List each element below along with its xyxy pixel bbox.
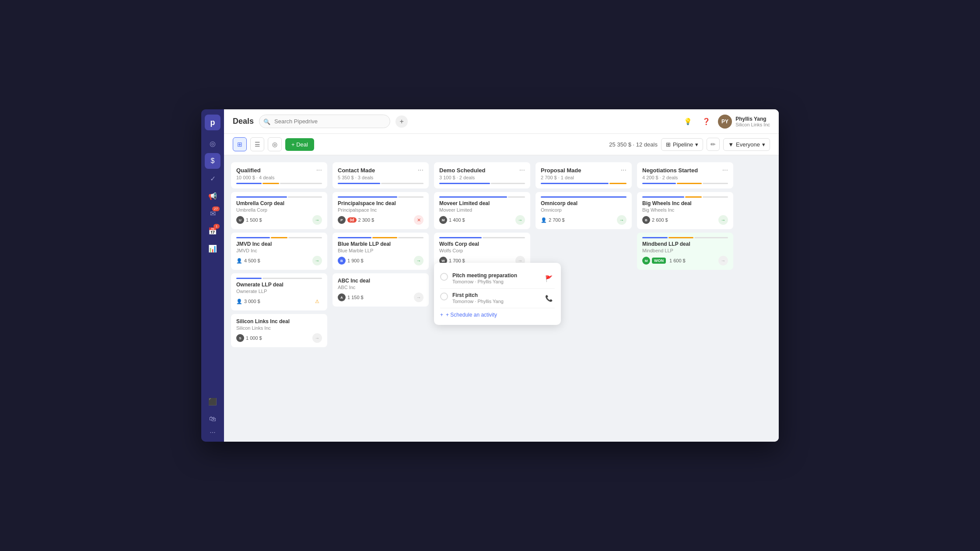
card-company-jmvd: JMVD Inc (236, 248, 322, 253)
card-arrow-bigwheels[interactable]: → (718, 215, 728, 225)
lightbulb-icon[interactable]: 💡 (681, 115, 694, 128)
card-bigwheels[interactable]: Big Wheels Inc deal Big Wheels Inc B 2 6… (637, 192, 733, 229)
card-arrow-silicon[interactable]: → (312, 333, 322, 343)
add-deal-button[interactable]: + Deal (285, 138, 314, 151)
col-meta-proposal: 2 700 $ · 1 deal (541, 175, 626, 180)
card-arrow-ownerate[interactable]: ⚠ (312, 296, 322, 306)
activity-item-first-pitch: First pitch Tomorrow · Phyllis Yang 📞 (440, 289, 555, 308)
card-arrow-abc[interactable]: → (414, 293, 424, 302)
sidebar-item-calendar[interactable]: 📅 1 (205, 223, 220, 239)
everyone-button[interactable]: ▼ Everyone ▾ (723, 138, 770, 151)
card-amount-umbrella: U 1 500 $ (236, 216, 262, 224)
col-progress-contact (338, 183, 424, 184)
card-principalspace[interactable]: Principalspace Inc deal Principalspace I… (332, 192, 429, 229)
card-umbrella[interactable]: Umbrella Corp deal Umbrella Corp U 1 500… (231, 192, 327, 229)
pipeline-chevron-icon: ▾ (695, 141, 698, 148)
col-progress-proposal (541, 183, 626, 184)
card-company-bluemarble: Blue Marble LLP (338, 248, 424, 253)
column-header-proposal: Proposal Made ··· 2 700 $ · 1 deal (536, 162, 632, 188)
card-arrow-omnicorp[interactable]: → (617, 215, 626, 225)
add-button[interactable]: + (396, 115, 408, 128)
col-title-contact: Contact Made (338, 167, 375, 174)
col-more-proposal[interactable]: ··· (621, 167, 626, 174)
sidebar-item-reports[interactable]: 📊 (205, 241, 220, 256)
mail-badge: 27 (212, 206, 220, 211)
list-view-button[interactable]: ☰ (250, 137, 264, 151)
activity-check-pitch-prep[interactable] (440, 273, 448, 281)
header-actions: 💡 ❓ PY Phyllis Yang Silicon Links Inc (681, 115, 770, 129)
kanban-view-button[interactable]: ⊞ (233, 137, 247, 151)
people-icon-ownerate: 👤 (236, 299, 242, 304)
card-title-moveer: Moveer Limited deal (439, 200, 525, 206)
user-info[interactable]: PY Phyllis Yang Silicon Links Inc (718, 115, 770, 129)
card-moveer[interactable]: Moveer Limited deal Moveer Limited M 1 4… (434, 192, 530, 229)
card-footer-bluemarble: B 1 900 $ → (338, 256, 424, 265)
card-bluemarble[interactable]: Blue Marble LLP deal Blue Marble LLP B 1… (332, 233, 429, 270)
page-title: Deals (233, 117, 254, 126)
forecast-view-button[interactable]: ◎ (268, 137, 282, 151)
card-ownerate[interactable]: Ownerate LLP deal Ownerate LLP 👤 3 000 $… (231, 273, 327, 310)
col-more-qualified[interactable]: ··· (316, 167, 322, 174)
card-omnicorp[interactable]: Omnicorp deal Omnicorp 👤 2 700 $ → (536, 192, 632, 229)
column-header-demo: Demo Scheduled ··· 3 100 $ · 2 deals (434, 162, 530, 188)
sidebar-logo[interactable]: p (205, 115, 220, 130)
card-company-omnicorp: Omnicorp (541, 207, 626, 213)
sidebar: p ◎ $ ✓ 📢 ✉ 27 📅 1 📊 ⬛ 🛍 ··· (201, 109, 224, 442)
card-title-silicon: Silicon Links Inc deal (236, 318, 322, 324)
card-company-wolfs: Wolfs Corp (439, 248, 525, 253)
activity-content-pitch-prep: Pitch meeting preparation Tomorrow · Phy… (452, 272, 538, 284)
search-icon: 🔍 (263, 118, 270, 125)
activity-content-first-pitch: First pitch Tomorrow · Phyllis Yang (452, 292, 538, 304)
card-arrow-jmvd[interactable]: → (312, 256, 322, 265)
sidebar-item-tasks[interactable]: ✓ (205, 171, 220, 186)
sidebar-item-products[interactable]: ⬛ (205, 394, 220, 409)
card-title-principalspace: Principalspace Inc deal (338, 200, 424, 206)
card-footer-omnicorp: 👤 2 700 $ → (541, 215, 626, 225)
people-icon-omnicorp: 👤 (541, 217, 547, 223)
search-input[interactable] (259, 115, 390, 128)
col-meta-demo: 3 100 $ · 2 deals (439, 175, 525, 180)
activity-item-pitch-prep: Pitch meeting preparation Tomorrow · Phy… (440, 269, 555, 289)
activity-check-first-pitch[interactable] (440, 293, 448, 300)
pipeline-button[interactable]: ⊞ Pipeline ▾ (661, 138, 703, 151)
sidebar-item-marketplace[interactable]: 🛍 (205, 411, 220, 427)
card-arrow-mindbend[interactable]: → (718, 256, 728, 265)
col-meta-qualified: 10 000 $ · 4 deals (236, 175, 322, 180)
card-arrow-moveer[interactable]: → (515, 215, 525, 225)
card-amount-jmvd: 👤 4 500 $ (236, 258, 260, 264)
sidebar-item-campaigns[interactable]: 📢 (205, 188, 220, 204)
sidebar-item-target[interactable]: ◎ (205, 136, 220, 151)
card-amount-silicon: S 1 000 $ (236, 334, 262, 342)
card-jmvd[interactable]: JMVD Inc deal JMVD Inc 👤 4 500 $ → (231, 233, 327, 270)
card-amount-abc: A 1 150 $ (338, 293, 364, 301)
col-more-contact[interactable]: ··· (418, 167, 424, 174)
phone-icon[interactable]: 📞 (542, 292, 555, 304)
pipeline-icon: ⊞ (666, 141, 671, 148)
card-footer-mindbend: M WON 1 600 $ → (642, 256, 728, 265)
card-silicon[interactable]: Silicon Links Inc deal Silicon Links Inc… (231, 314, 327, 347)
card-arrow-umbrella[interactable]: → (312, 215, 322, 225)
flag-icon[interactable]: 🚩 (542, 272, 555, 285)
schedule-label: + Schedule an activity (446, 312, 497, 318)
card-amount-principalspace: P 3d 2 300 $ (338, 216, 374, 224)
toolbar: ⊞ ☰ ◎ + Deal 25 350 $ · 12 deals ⊞ Pipel… (224, 134, 779, 155)
help-icon[interactable]: ❓ (700, 115, 713, 128)
card-mindbend[interactable]: Mindbend LLP deal Mindbend LLP M WON 1 6… (637, 233, 733, 270)
edit-button[interactable]: ✏ (707, 138, 720, 151)
card-amount-bluemarble: B 1 900 $ (338, 257, 364, 265)
col-more-demo[interactable]: ··· (519, 167, 525, 174)
card-footer-moveer: M 1 400 $ → (439, 215, 525, 225)
col-more-negotiations[interactable]: ··· (722, 167, 728, 174)
column-negotiations: Negotiations Started ··· 4 200 $ · 2 dea… (637, 162, 733, 435)
sidebar-item-mail[interactable]: ✉ 27 (205, 206, 220, 221)
card-arrow-principalspace[interactable]: ✕ (414, 215, 424, 225)
card-abc[interactable]: ABC Inc deal ABC Inc A 1 150 $ → (332, 273, 429, 307)
main-content: Deals 🔍 + 💡 ❓ PY Phyllis Yang Silicon Li… (224, 109, 779, 442)
card-arrow-bluemarble[interactable]: → (414, 256, 424, 265)
col-title-qualified: Qualified (236, 167, 261, 174)
toolbar-stats: 25 350 $ · 12 deals (609, 141, 658, 148)
schedule-activity-button[interactable]: + + Schedule an activity (440, 308, 555, 319)
card-title-mindbend: Mindbend LLP deal (642, 241, 728, 247)
sidebar-item-deals[interactable]: $ (205, 153, 220, 169)
sidebar-more[interactable]: ··· (210, 429, 215, 436)
